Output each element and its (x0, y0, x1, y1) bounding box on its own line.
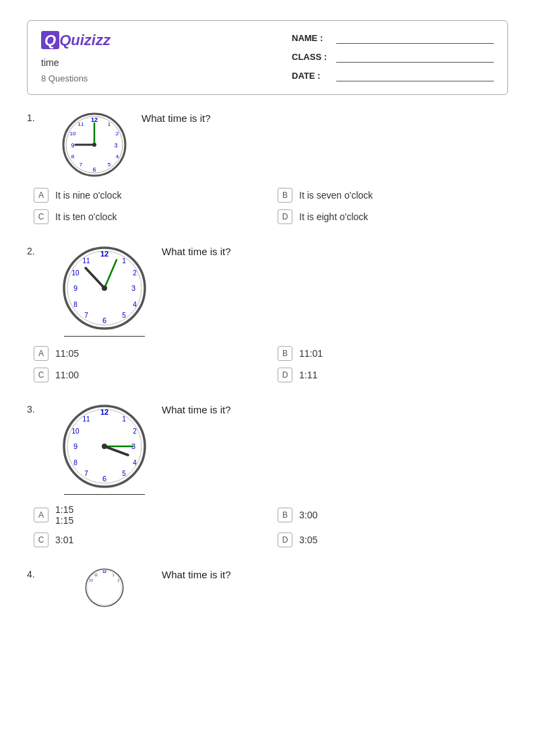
q3-option-a-text2: 1:15 (55, 515, 73, 526)
svg-text:2: 2 (133, 427, 137, 435)
q2-option-a-letter: A (34, 346, 49, 361)
q1-option-a-letter: A (34, 188, 49, 203)
q4-number: 4. (27, 569, 35, 580)
q2-text: What time is it? (162, 246, 231, 257)
q2-clock-wrapper: 12 3 6 9 1 2 4 5 7 8 10 11 (61, 244, 148, 337)
class-label: CLASS : (292, 52, 332, 62)
name-field: NAME : (292, 32, 494, 44)
svg-text:3: 3 (114, 142, 117, 149)
q3-option-c-letter: C (34, 532, 49, 547)
svg-text:2: 2 (117, 579, 119, 582)
q1-option-d-text: It is eight o'clock (299, 211, 368, 222)
date-line (336, 69, 494, 81)
q4-clock-wrapper: 12 1 2 11 10 (61, 568, 148, 608)
q3-option-b[interactable]: B 3:00 (278, 504, 508, 526)
svg-text:6: 6 (92, 166, 96, 173)
q1-option-a[interactable]: A It is nine o'clock (34, 188, 264, 203)
q3-clock-area: 3. 12 3 6 9 1 2 4 5 7 8 10 (27, 403, 508, 495)
q1-option-c-letter: C (34, 209, 49, 224)
q1-option-b-text: It is seven o'clock (299, 190, 373, 201)
svg-text:10: 10 (71, 269, 80, 277)
question-1: 1. 12 3 6 9 1 2 4 5 7 8 (27, 111, 508, 224)
svg-text:1: 1 (113, 574, 115, 577)
q1-option-c-text: It is ten o'clock (55, 211, 117, 222)
q3-number: 3. (27, 404, 35, 415)
date-field: DATE : (292, 69, 494, 81)
q3-option-a[interactable]: A 1:15 1:15 (34, 504, 264, 526)
q3-option-d-text: 3:05 (299, 535, 317, 545)
q3-option-d-letter: D (278, 532, 292, 547)
question-4: 4. 12 1 2 11 10 What time is it? (27, 568, 508, 608)
svg-text:8: 8 (73, 301, 77, 308)
class-line (336, 50, 494, 63)
svg-text:9: 9 (71, 142, 74, 149)
q2-option-b-text: 11:01 (299, 348, 323, 359)
q3-option-a-text1: 1:15 (55, 504, 73, 515)
svg-text:10: 10 (70, 131, 76, 137)
svg-text:9: 9 (73, 284, 77, 292)
q2-option-c[interactable]: C 11:00 (34, 368, 264, 382)
svg-text:6: 6 (102, 316, 106, 324)
svg-text:1: 1 (122, 257, 126, 265)
svg-point-33 (102, 285, 107, 291)
q2-option-b-letter: B (278, 346, 292, 361)
q1-option-c[interactable]: C It is ten o'clock (34, 209, 264, 224)
q4-text: What time is it? (162, 569, 231, 580)
svg-text:2: 2 (133, 269, 137, 277)
svg-text:11: 11 (82, 257, 90, 265)
svg-point-50 (102, 444, 107, 449)
svg-text:4: 4 (116, 153, 119, 160)
svg-text:5: 5 (122, 470, 126, 477)
svg-text:11: 11 (78, 121, 84, 127)
svg-text:10: 10 (71, 427, 80, 435)
q2-clock-line (64, 336, 145, 337)
q2-option-c-text: 11:00 (55, 370, 79, 380)
q4-clock: 12 1 2 11 10 (61, 568, 148, 608)
q3-option-b-text: 3:00 (299, 510, 317, 520)
name-line (336, 32, 494, 44)
svg-text:12: 12 (102, 570, 106, 574)
q1-option-d[interactable]: D It is eight o'clock (278, 209, 508, 224)
q2-option-d-text: 1:11 (299, 370, 317, 380)
svg-text:1: 1 (108, 121, 111, 127)
svg-text:7: 7 (84, 470, 88, 477)
class-field: CLASS : (292, 50, 494, 63)
q2-option-d-letter: D (278, 368, 292, 382)
svg-text:5: 5 (108, 162, 111, 168)
svg-text:2: 2 (116, 131, 119, 137)
quiz-questions: 8 Questions (41, 73, 111, 83)
q1-option-b-letter: B (278, 188, 292, 203)
q3-option-d[interactable]: D 3:05 (278, 532, 508, 547)
q2-option-b[interactable]: B 11:01 (278, 346, 508, 361)
q3-option-c[interactable]: C 3:01 (34, 532, 264, 547)
quiz-title: time (41, 57, 111, 68)
q2-options: A 11:05 B 11:01 C 11:00 D 1:11 (27, 346, 508, 382)
svg-point-52 (88, 571, 122, 605)
logo: QQuizizz (41, 32, 111, 49)
svg-text:8: 8 (71, 153, 75, 160)
svg-text:4: 4 (133, 301, 137, 308)
page: QQuizizz time 8 Questions NAME : CLASS :… (0, 0, 535, 648)
q2-number: 2. (27, 246, 35, 256)
q1-option-b[interactable]: B It is seven o'clock (278, 188, 508, 203)
svg-text:11: 11 (94, 574, 98, 577)
svg-text:11: 11 (82, 415, 90, 423)
svg-point-16 (92, 143, 96, 147)
q2-option-c-letter: C (34, 368, 49, 382)
date-label: DATE : (292, 71, 332, 81)
q3-clock-wrapper: 12 3 6 9 1 2 4 5 7 8 10 11 (61, 403, 148, 495)
svg-text:12: 12 (100, 408, 108, 416)
svg-text:6: 6 (102, 475, 106, 483)
q2-option-d[interactable]: D 1:11 (278, 368, 508, 382)
svg-text:4: 4 (133, 459, 137, 467)
svg-text:9: 9 (73, 442, 77, 450)
q2-option-a[interactable]: A 11:05 (34, 346, 264, 361)
q2-clock-area: 2. 12 3 6 9 1 2 4 5 7 8 1 (27, 244, 508, 337)
svg-text:5: 5 (122, 312, 126, 319)
q3-option-a-letter: A (34, 508, 49, 522)
q1-clock: 12 3 6 9 1 2 4 5 7 8 10 11 (61, 111, 128, 178)
q3-clock-line (64, 494, 145, 495)
q1-option-d-letter: D (278, 209, 292, 224)
q4-clock-area: 4. 12 1 2 11 10 What time is it? (27, 568, 508, 608)
q3-option-b-letter: B (278, 508, 292, 522)
